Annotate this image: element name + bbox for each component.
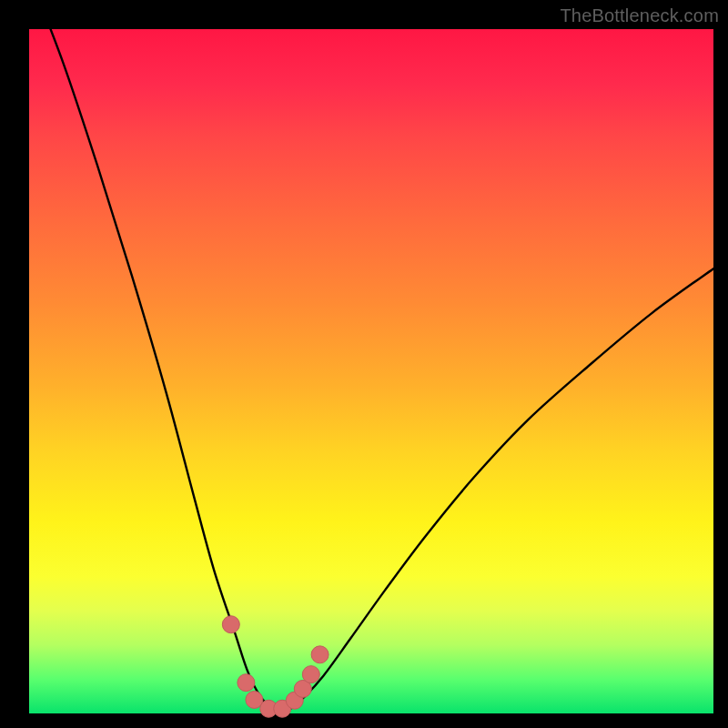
chart-frame: TheBottleneck.com [0,0,728,728]
watermark-text: TheBottleneck.com [560,5,719,26]
marker-series [222,616,329,717]
plot-area [29,29,713,713]
chart-svg [29,29,713,713]
bottleneck-curve [29,0,713,711]
marker-point [222,616,239,633]
marker-point [302,666,319,683]
marker-point [311,646,329,663]
marker-point [238,674,255,692]
